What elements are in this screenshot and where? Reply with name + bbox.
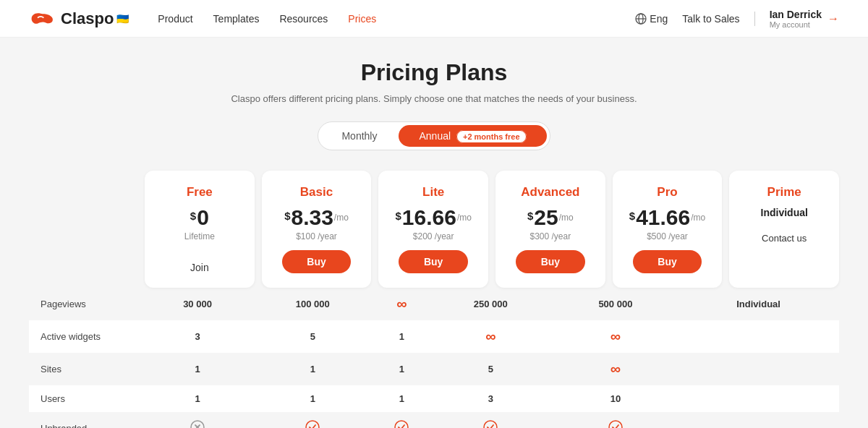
- plan-individual-label: Individual: [761, 207, 808, 218]
- feature-cell-3: 3: [428, 385, 553, 412]
- plan-card-pro: Pro $ 41.66 /mo $500 /year Buy: [613, 171, 723, 288]
- page-title: Pricing Plans: [29, 59, 839, 86]
- buy-button-advanced[interactable]: Buy: [516, 250, 585, 273]
- price-dollar-free: $: [190, 210, 196, 222]
- check-icon: [483, 420, 498, 428]
- price-yearly-basic: $100 /year: [296, 231, 337, 241]
- price-dollar-pro: $: [629, 210, 635, 222]
- plan-action-lite: Buy: [390, 250, 477, 273]
- feature-cell-1: 1: [250, 353, 375, 385]
- nav-divider: [754, 12, 755, 26]
- feature-table: Pageviews30 000100 000∞250 000500 000Ind…: [29, 288, 839, 428]
- logo-flag: 🇺🇦: [116, 13, 129, 25]
- nav-resources[interactable]: Resources: [279, 13, 328, 25]
- lang-label: Eng: [650, 13, 668, 25]
- buy-button-pro[interactable]: Buy: [633, 250, 702, 273]
- price-period-basic: /mo: [334, 213, 349, 223]
- svg-point-9: [609, 421, 622, 428]
- plan-price-advanced: $ 25 /mo: [527, 207, 574, 228]
- feature-cell-2: 1: [375, 385, 428, 412]
- cross-icon: [190, 420, 205, 428]
- price-amount-pro: 41.66: [636, 207, 690, 228]
- price-amount-advanced: 25: [534, 207, 558, 228]
- annual-toggle[interactable]: Annual +2 months free: [399, 125, 546, 147]
- feature-cell-5: [678, 353, 839, 385]
- logo-icon: [29, 11, 55, 27]
- feature-cell-1: 1: [250, 385, 375, 412]
- plan-cards: Free $ 0 Lifetime Join Basic $ 8.33: [145, 171, 839, 288]
- toggle-container: Monthly Annual +2 months free: [318, 121, 550, 150]
- plan-price-free: $ 0: [190, 207, 209, 228]
- lang-selector[interactable]: Eng: [635, 13, 668, 25]
- feature-label: Unbranded: [29, 412, 145, 428]
- plan-name-free: Free: [187, 185, 213, 200]
- plan-card-basic: Basic $ 8.33 /mo $100 /year Buy: [262, 171, 372, 288]
- feature-cell-1: 5: [250, 320, 375, 353]
- feature-label: Sites: [29, 353, 145, 385]
- price-amount-lite: 16.66: [402, 207, 456, 228]
- price-amount-basic: 8.33: [291, 207, 333, 228]
- feature-cell-2: 1: [375, 320, 428, 353]
- billing-toggle: Monthly Annual +2 months free: [29, 121, 839, 150]
- feature-row-2: Sites1115∞: [29, 353, 839, 385]
- price-dollar-lite: $: [395, 210, 401, 222]
- contact-button-prime[interactable]: Contact us: [762, 233, 807, 244]
- buy-button-lite[interactable]: Buy: [399, 250, 468, 273]
- feature-cell-3: 250 000: [428, 288, 553, 320]
- price-yearly-lite: $200 /year: [413, 231, 454, 241]
- monthly-toggle[interactable]: Monthly: [321, 125, 397, 147]
- feature-cell-5: [678, 412, 839, 428]
- infinity-icon: ∞: [610, 328, 621, 344]
- buy-button-basic[interactable]: Buy: [282, 250, 352, 273]
- feature-row-0: Pageviews30 000100 000∞250 000500 000Ind…: [29, 288, 839, 320]
- plan-price-lite: $ 16.66 /mo: [395, 207, 471, 228]
- feature-label: Active widgets: [29, 320, 145, 353]
- check-icon: [608, 420, 623, 428]
- nav-templates[interactable]: Templates: [213, 13, 260, 25]
- infinity-icon: ∞: [396, 296, 407, 312]
- user-details: Ian Derrick My account: [770, 9, 822, 29]
- free-months-badge: +2 months free: [456, 130, 527, 143]
- feature-cell-4: ∞: [553, 353, 678, 385]
- plan-card-lite: Lite $ 16.66 /mo $200 /year Buy: [378, 171, 488, 288]
- price-dollar-basic: $: [284, 210, 290, 222]
- plan-action-basic: Buy: [273, 250, 360, 273]
- feature-cell-1: [250, 412, 375, 428]
- plan-action-pro: Buy: [624, 250, 711, 273]
- plan-action-free: Join: [156, 262, 243, 273]
- feature-col-header: [29, 171, 145, 288]
- feature-cell-0: 1: [145, 385, 250, 412]
- feature-cell-4: 500 000: [553, 288, 678, 320]
- nav-prices[interactable]: Prices: [348, 13, 376, 25]
- logout-icon[interactable]: →: [827, 12, 839, 25]
- feature-cell-3: 5: [428, 353, 553, 385]
- plan-card-prime: Prime Individual Contact us: [729, 171, 839, 288]
- feature-cell-0: 3: [145, 320, 250, 353]
- price-yearly-advanced: $300 /year: [529, 231, 571, 241]
- nav-product[interactable]: Product: [158, 13, 192, 25]
- feature-label: Users: [29, 385, 145, 412]
- globe-icon: [635, 13, 647, 25]
- price-period-advanced: /mo: [559, 213, 574, 223]
- svg-point-7: [395, 421, 408, 428]
- plan-price-basic: $ 8.33 /mo: [284, 207, 349, 228]
- navbar: Claspo 🇺🇦 Product Templates Resources Pr…: [0, 0, 868, 38]
- logo-text: Claspo: [61, 9, 114, 28]
- check-icon: [394, 420, 409, 428]
- annual-label: Annual: [419, 130, 451, 142]
- user-account-label: My account: [770, 20, 822, 29]
- check-icon: [305, 420, 320, 428]
- join-button[interactable]: Join: [190, 262, 209, 273]
- page-subtitle: Claspo offers different pricing plans. S…: [29, 93, 839, 104]
- user-menu[interactable]: Ian Derrick My account →: [770, 9, 839, 29]
- pricing-area: Free $ 0 Lifetime Join Basic $ 8.33: [29, 171, 839, 288]
- talk-to-sales[interactable]: Talk to Sales: [682, 13, 739, 25]
- feature-cell-5: [678, 320, 839, 353]
- feature-cell-4: [553, 412, 678, 428]
- plan-action-prime: Contact us: [741, 233, 827, 244]
- feature-cell-5: Individual: [678, 288, 839, 320]
- feature-cell-3: [428, 412, 553, 428]
- logo[interactable]: Claspo 🇺🇦: [29, 9, 129, 28]
- feature-cell-3: ∞: [428, 320, 553, 353]
- price-period-lite: /mo: [457, 213, 472, 223]
